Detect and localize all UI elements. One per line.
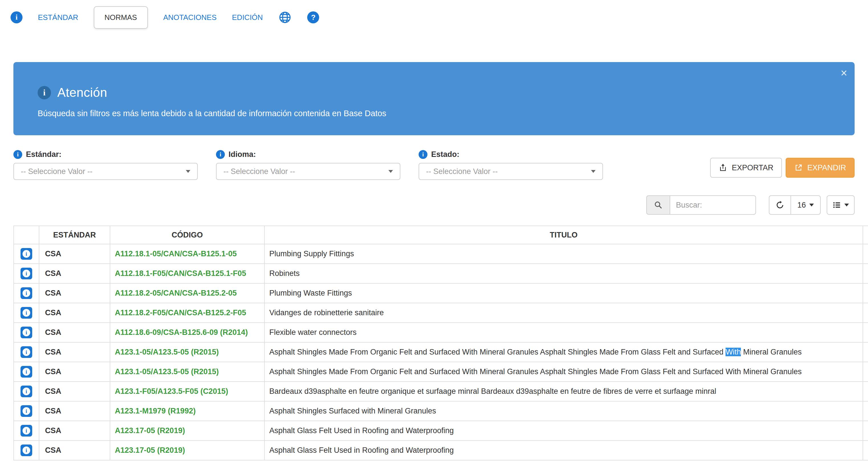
cell-info: i [14,381,39,401]
cell-code[interactable]: A123.1-05/A123.5-05 (R2015) [110,342,265,362]
column-header-codigo[interactable]: CÓDIGO [110,226,265,244]
standards-table: ESTÁNDAR CÓDIGO TITULO IDIOMA i CSA A112… [13,226,868,461]
table-row: i CSA A123.17-05 (R2019) Asphalt Glass F… [14,440,868,460]
cell-code[interactable]: A123.1-F05/A123.5-F05 (C2015) [110,381,265,401]
cell-code[interactable]: A112.18.1-F05/CAN/CSA-B125.1-F05 [110,264,265,283]
row-info-button[interactable]: i [21,405,32,417]
expand-icon [794,163,803,172]
cell-code[interactable]: A123.1-05/A123.5-05 (R2015) [110,362,265,381]
cell-idioma [863,401,868,421]
cell-info: i [14,323,39,342]
top-navigation: i ESTÁNDAR NORMAS ANOTACIONES EDICIÓN ? [0,0,868,35]
filter-idioma-select[interactable]: -- Seleccione Valor -- [216,163,400,180]
cell-code[interactable]: A123.17-05 (R2019) [110,440,265,460]
help-icon[interactable]: ? [307,11,319,23]
cell-title: Plumbing Supply Fittings [265,244,863,264]
attention-banner: × i Atención Búsqueda sin filtros es más… [13,62,855,135]
row-info-button[interactable]: i [21,366,32,377]
title-text: Asphalt Glass Felt Used in Roofing and W… [269,426,454,435]
info-circle-icon: i [23,407,30,415]
export-button[interactable]: EXPORTAR [710,158,782,178]
title-text: Vidanges de robinetterie sanitaire [269,308,384,317]
cell-info: i [14,264,39,283]
action-buttons: EXPORTAR EXPANDIR [710,158,855,178]
chevron-down-icon [186,170,190,173]
cell-info: i [14,303,39,323]
cell-code[interactable]: A112.18.2-F05/CAN/CSA-B125.2-F05 [110,303,265,323]
cell-code[interactable]: A112.18.6-09/CSA-B125.6-09 (R2014) [110,323,265,342]
cell-code[interactable]: A112.18.1-05/CAN/CSA-B125.1-05 [110,244,265,264]
chevron-down-icon [809,204,814,206]
cell-code[interactable]: A123.17-05 (R2019) [110,421,265,440]
filter-estado-label-row: i Estado: [418,150,603,159]
info-icon[interactable]: i [216,150,225,159]
banner-title-row: i Atención [38,86,838,100]
row-info-button[interactable]: i [21,444,32,456]
tab-edicion[interactable]: EDICIÓN [232,13,263,22]
row-info-button[interactable]: i [21,307,32,319]
chevron-down-icon [844,204,849,206]
expand-button[interactable]: EXPANDIR [786,158,855,178]
title-text: Robinets [269,269,300,278]
close-icon[interactable]: × [841,67,847,78]
export-button-label: EXPORTAR [732,163,773,172]
table-row: i CSA A123.1-05/A123.5-05 (R2015) Asphal… [14,342,868,362]
cell-title: Bardeaux d39asphalte en feutre organique… [265,381,863,401]
table-row: i CSA A123.1-F05/A123.5-F05 (C2015) Bard… [14,381,868,401]
cell-idioma [863,421,868,440]
column-header-titulo[interactable]: TITULO [265,226,863,244]
table-row: i CSA A112.18.2-F05/CAN/CSA-B125.2-F05 V… [14,303,868,323]
cell-standard: CSA [39,264,110,283]
cell-title: Vidanges de robinetterie sanitaire [265,303,863,323]
cell-idioma [863,303,868,323]
row-info-button[interactable]: i [21,425,32,437]
filter-estandar-value: -- Seleccione Valor -- [21,167,93,176]
refresh-button[interactable] [769,195,790,215]
cell-title: Asphalt Glass Felt Used in Roofing and W… [265,440,863,460]
info-circle-icon: i [23,309,30,316]
search-input[interactable] [670,195,756,215]
cell-idioma [863,342,868,362]
globe-icon[interactable] [278,10,292,24]
table-row: i CSA A123.1-05/A123.5-05 (R2015) Asphal… [14,362,868,381]
filter-estandar-label: Estándar: [26,150,62,159]
table-row: i CSA A123.17-05 (R2019) Asphalt Glass F… [14,421,868,440]
info-icon[interactable]: i [13,150,22,159]
cell-standard: CSA [39,283,110,303]
page: { "nav": { "tabs": [ { "label": "ESTÁNDA… [0,0,868,467]
filter-estado: i Estado: -- Seleccione Valor -- [418,150,603,180]
search-icon[interactable] [646,195,670,215]
row-info-button[interactable]: i [21,248,32,260]
cell-code[interactable]: A123.1-M1979 (R1992) [110,401,265,421]
column-header-idioma[interactable]: IDIOMA [863,226,868,244]
info-circle-icon: i [23,250,30,258]
info-icon[interactable]: i [10,11,23,23]
tab-estandar[interactable]: ESTÁNDAR [38,13,79,22]
info-icon[interactable]: i [418,150,428,159]
cell-code[interactable]: A112.18.2-05/CAN/CSA-B125.2-05 [110,283,265,303]
filter-estado-select[interactable]: -- Seleccione Valor -- [418,163,603,180]
column-header-estandar[interactable]: ESTÁNDAR [39,226,110,244]
cell-info: i [14,421,39,440]
table-row: i CSA A123.1-M1979 (R1992) Asphalt Shing… [14,401,868,421]
cell-info: i [14,244,39,264]
title-text: Bardeaux d39asphalte en feutre organique… [269,387,716,396]
row-info-button[interactable]: i [21,346,32,358]
title-text: Mineral Granules [741,348,802,356]
tab-normas[interactable]: NORMAS [94,6,148,29]
info-circle-icon: i [23,348,30,356]
row-info-button[interactable]: i [21,327,32,338]
filter-estandar-label-row: i Estándar: [13,150,198,159]
row-info-button[interactable]: i [21,268,32,279]
help-glyph: ? [311,13,315,22]
row-info-button[interactable]: i [21,287,32,299]
columns-button[interactable] [827,195,855,215]
cell-standard: CSA [39,342,110,362]
tab-anotaciones[interactable]: ANOTACIONES [163,13,217,22]
cell-idioma [863,264,868,283]
table-header-row: ESTÁNDAR CÓDIGO TITULO IDIOMA [14,226,868,244]
page-size-button[interactable]: 16 [790,195,821,215]
filter-estandar-select[interactable]: -- Seleccione Valor -- [13,163,198,180]
search-toolbar: 16 [13,195,855,215]
row-info-button[interactable]: i [21,386,32,397]
